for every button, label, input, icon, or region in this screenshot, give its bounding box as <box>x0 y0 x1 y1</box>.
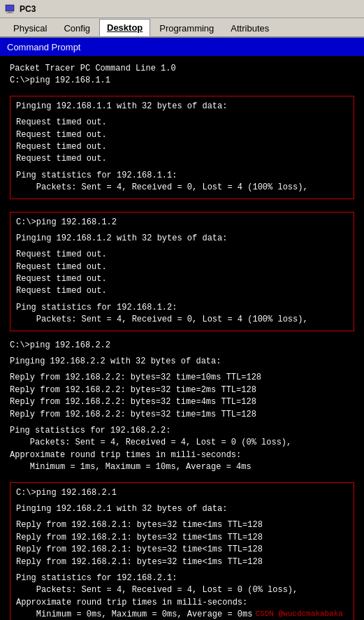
tab-attributes[interactable]: Attributes <box>223 20 277 36</box>
svg-rect-2 <box>6 13 13 13</box>
ping-block-3-stats-4: Minimum = 1ms, Maximum = 10ms, Average =… <box>10 461 354 473</box>
ping-block-1-line-1: Request timed out. <box>16 117 348 129</box>
ping-block-3-line-1: Reply from 192.168.2.2: bytes=32 time=10… <box>10 372 354 384</box>
watermark: CSDN @wucdcmakabaka <box>255 609 342 620</box>
command-prompt-bar: Command Prompt <box>0 38 364 56</box>
ping-block-2-line-4: Request timed out. <box>16 285 348 297</box>
ping-block-1-line-3: Request timed out. <box>16 141 348 153</box>
ping-block-4-stats-4-text: Minimum = 0ms, Maximum = 0ms, Average = … <box>16 609 252 620</box>
ping-block-2-line-2: Request timed out. <box>16 261 348 273</box>
ping-cmd4: C:\>ping 192.168.2.1 <box>16 487 348 499</box>
ping-block-1: Pinging 192.168.1.1 with 32 bytes of dat… <box>10 96 354 199</box>
terminal[interactable]: Packet Tracer PC Command Line 1.0 C:\>pi… <box>0 56 364 620</box>
ping-block-3-stats-3: Approximate round trip times in milli-se… <box>10 449 354 461</box>
ping-block-2-heading: Pinging 192.168.1.2 with 32 bytes of dat… <box>16 233 348 245</box>
ping-block-3-line-3: Reply from 192.168.2.2: bytes=32 time=4m… <box>10 396 354 408</box>
terminal-cmd1: C:\>ping 192.168.1.1 <box>10 75 354 87</box>
svg-rect-0 <box>6 5 14 11</box>
title-bar: PC3 <box>0 0 364 18</box>
nav-tabs: Physical Config Desktop Programming Attr… <box>0 18 364 38</box>
ping-block-1-heading: Pinging 192.168.1.1 with 32 bytes of dat… <box>16 101 348 113</box>
ping-block-2: C:\>ping 192.168.1.2 Pinging 192.168.1.2… <box>10 212 354 331</box>
ping-block-2-line-1: Request timed out. <box>16 249 348 261</box>
ping-block-3-line-2: Reply from 192.168.2.2: bytes=32 time=2m… <box>10 384 354 396</box>
ping-block-4-heading: Pinging 192.168.2.1 with 32 bytes of dat… <box>16 503 348 515</box>
ping-block-4-line-2: Reply from 192.168.2.1: bytes=32 time<1m… <box>16 532 348 544</box>
ping-block-4-stats-1: Ping statistics for 192.168.2.1: <box>16 572 348 584</box>
ping-block-2-stats-2: Packets: Sent = 4, Received = 0, Lost = … <box>16 314 348 326</box>
ping-block-4-line-3: Reply from 192.168.2.1: bytes=32 time<1m… <box>16 544 348 556</box>
ping-block-1-line-2: Request timed out. <box>16 129 348 141</box>
ping-block-3-heading: Pinging 192.168.2.2 with 32 bytes of dat… <box>10 356 354 368</box>
ping-block-1-line-4: Request timed out. <box>16 153 348 165</box>
title-bar-title: PC3 <box>20 4 36 14</box>
tab-config[interactable]: Config <box>56 20 98 36</box>
ping-block-3-stats-2: Packets: Sent = 4, Received = 4, Lost = … <box>10 437 354 449</box>
ping-cmd2: C:\>ping 192.168.1.2 <box>16 217 348 229</box>
ping-block-2-stats-1: Ping statistics for 192.168.1.2: <box>16 302 348 314</box>
command-prompt-label: Command Prompt <box>7 42 80 52</box>
terminal-intro: Packet Tracer PC Command Line 1.0 <box>10 63 354 75</box>
ping-block-1-stats-1: Ping statistics for 192.168.1.1: <box>16 170 348 182</box>
tab-programming[interactable]: Programming <box>152 20 221 36</box>
ping-cmd3: C:\>ping 192.168.2.2 <box>10 340 354 352</box>
ping-block-4-line-1: Reply from 192.168.2.1: bytes=32 time<1m… <box>16 519 348 531</box>
ping-block-4-line-4: Reply from 192.168.2.1: bytes=32 time<1m… <box>16 556 348 568</box>
ping-block-4: C:\>ping 192.168.2.1 Pinging 192.168.2.1… <box>10 482 354 620</box>
ping-block-2-line-3: Request timed out. <box>16 273 348 285</box>
ping-block-3-line-4: Reply from 192.168.2.2: bytes=32 time=1m… <box>10 409 354 421</box>
ping-block-1-stats-2: Packets: Sent = 4, Received = 0, Lost = … <box>16 182 348 194</box>
tab-physical[interactable]: Physical <box>6 20 54 36</box>
ping-block-4-stats-2: Packets: Sent = 4, Received = 4, Lost = … <box>16 584 348 596</box>
title-bar-icon <box>4 3 15 15</box>
ping-block-4-stats-3: Approximate round trip times in milli-se… <box>16 597 348 609</box>
ping-block-4-stats-4: Minimum = 0ms, Maximum = 0ms, Average = … <box>16 609 348 620</box>
tab-desktop[interactable]: Desktop <box>99 19 150 36</box>
ping-block-3-stats-1: Ping statistics for 192.168.2.2: <box>10 425 354 437</box>
